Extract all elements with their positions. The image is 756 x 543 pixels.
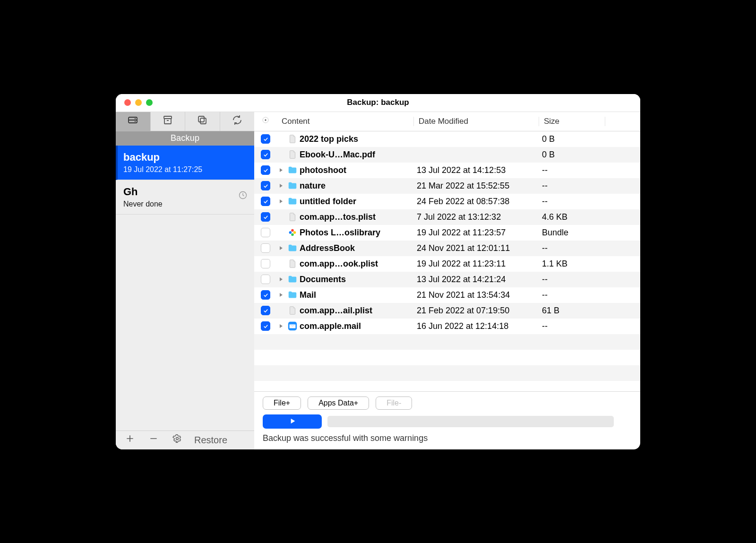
row-date: 13 Jul 2022 at 14:21:24 [414, 275, 539, 284]
row-name: com.app…ook.plist [300, 259, 378, 269]
app-window: Backup: backup [116, 94, 640, 449]
play-icon [289, 415, 296, 428]
row-name: Ebook-U…Mac.pdf [300, 150, 375, 160]
table-row[interactable]: com.app…tos.plist7 Jul 2022 at 13:12:324… [254, 209, 640, 225]
tab-sync[interactable] [220, 112, 255, 131]
row-size: -- [539, 290, 605, 300]
tab-backup-sets[interactable] [116, 112, 151, 131]
svg-point-21 [291, 233, 294, 236]
row-checkbox[interactable] [261, 275, 270, 284]
file-plus-button[interactable]: File+ [263, 396, 301, 410]
svg-point-19 [291, 229, 294, 232]
row-checkbox[interactable] [261, 321, 270, 331]
apps-data-plus-button[interactable]: Apps Data+ [308, 396, 369, 410]
sidebar-item[interactable]: backup19 Jul 2022 at 11:27:25 [116, 146, 254, 180]
svg-rect-6 [200, 118, 206, 124]
row-name: Photos L…oslibrary [300, 228, 380, 238]
folder-icon [287, 274, 298, 284]
archive-icon [162, 114, 173, 129]
table-row[interactable]: com.app…ail.plist21 Feb 2022 at 07:19:50… [254, 303, 640, 319]
column-size[interactable]: Size [539, 117, 605, 126]
table-row[interactable]: Photos L…oslibrary19 Jul 2022 at 11:23:5… [254, 225, 640, 241]
sidebar-list: backup19 Jul 2022 at 11:27:25GhNever don… [116, 146, 254, 431]
row-checkbox[interactable] [261, 228, 270, 237]
row-checkbox[interactable] [261, 259, 270, 268]
row-checkbox[interactable] [261, 181, 270, 190]
row-size: 61 B [539, 306, 605, 316]
row-name: photoshoot [300, 165, 346, 175]
table-row[interactable]: AddressBook24 Nov 2021 at 12:01:11-- [254, 241, 640, 256]
zoom-window-button[interactable] [146, 99, 153, 106]
svg-rect-7 [198, 116, 204, 122]
sync-icon [232, 114, 243, 129]
row-date: 21 Nov 2021 at 13:54:34 [414, 290, 539, 300]
row-date: 13 Jul 2022 at 14:12:53 [414, 165, 539, 175]
chevron-right-icon[interactable] [277, 199, 285, 204]
chevron-right-icon[interactable] [277, 324, 285, 328]
add-button[interactable] [120, 432, 139, 448]
row-size: -- [539, 165, 605, 175]
row-date: 24 Nov 2021 at 12:01:11 [414, 243, 539, 253]
content-pane: Content Date Modified Size 2022 top pick… [254, 112, 640, 449]
row-name: com.app…ail.plist [300, 306, 372, 316]
table-header: Content Date Modified Size [254, 112, 640, 131]
chevron-right-icon[interactable] [277, 246, 285, 250]
chevron-right-icon[interactable] [277, 168, 285, 172]
content-footer: File+ Apps Data+ File- Backup was succes… [254, 391, 640, 449]
svg-marker-24 [280, 277, 283, 281]
svg-marker-17 [280, 199, 283, 203]
row-checkbox[interactable] [261, 243, 270, 253]
sidebar-item-subtitle: 19 Jul 2022 at 11:27:25 [123, 165, 247, 174]
row-checkbox[interactable] [261, 134, 270, 144]
sidebar-item[interactable]: GhNever done [116, 180, 254, 215]
row-checkbox[interactable] [261, 212, 270, 222]
row-checkbox[interactable] [261, 290, 270, 300]
row-date: 16 Jun 2022 at 12:14:18 [414, 321, 539, 331]
tab-clone[interactable] [185, 112, 220, 131]
file-icon [287, 134, 298, 144]
table-row[interactable]: 2022 top picks0 B [254, 131, 640, 147]
titlebar: Backup: backup [116, 94, 640, 112]
row-size: -- [539, 275, 605, 284]
run-button[interactable] [263, 414, 322, 429]
remove-button[interactable] [144, 432, 163, 448]
sidebar-item-name: Gh [123, 186, 247, 198]
tab-archive[interactable] [151, 112, 186, 131]
row-checkbox[interactable] [261, 150, 270, 159]
sidebar-item-name: backup [123, 151, 247, 164]
gear-icon [172, 434, 182, 446]
table-row[interactable]: photoshoot13 Jul 2022 at 14:12:53-- [254, 163, 640, 178]
folder-icon [287, 181, 298, 191]
row-date: 21 Feb 2022 at 07:19:50 [414, 306, 539, 316]
row-name: AddressBook [300, 243, 355, 253]
chevron-right-icon[interactable] [277, 293, 285, 297]
folder-icon [287, 196, 298, 207]
minimize-window-button[interactable] [135, 99, 142, 106]
column-date[interactable]: Date Modified [414, 117, 539, 126]
row-name: Mail [300, 290, 316, 300]
table-row[interactable]: Ebook-U…Mac.pdf0 B [254, 147, 640, 163]
file-icon [287, 259, 298, 269]
table-row[interactable]: Documents13 Jul 2022 at 14:21:24-- [254, 272, 640, 287]
log-button[interactable] [619, 415, 632, 428]
column-content[interactable]: Content [277, 117, 414, 126]
schedule-button[interactable] [619, 432, 632, 445]
sidebar-section-header: Backup [116, 131, 254, 146]
chevron-right-icon[interactable] [277, 183, 285, 188]
row-size: -- [539, 321, 605, 331]
column-checkbox[interactable] [254, 116, 277, 127]
table-row[interactable]: com.app…ook.plist19 Jul 2022 at 11:23:11… [254, 256, 640, 272]
photos-icon [287, 227, 298, 238]
table-row[interactable]: untitled folder24 Feb 2022 at 08:57:38-- [254, 194, 640, 209]
table-row[interactable]: com.apple.mail16 Jun 2022 at 12:14:18-- [254, 319, 640, 334]
row-checkbox[interactable] [261, 306, 270, 315]
row-checkbox[interactable] [261, 197, 270, 206]
file-icon [287, 305, 298, 316]
close-window-button[interactable] [124, 99, 131, 106]
table-row[interactable]: Mail21 Nov 2021 at 13:54:34-- [254, 287, 640, 303]
chevron-right-icon[interactable] [277, 277, 285, 282]
row-checkbox[interactable] [261, 165, 270, 175]
restore-button[interactable]: Restore [194, 435, 227, 446]
settings-button[interactable] [168, 432, 187, 448]
table-row[interactable]: nature21 Mar 2022 at 15:52:55-- [254, 178, 640, 194]
